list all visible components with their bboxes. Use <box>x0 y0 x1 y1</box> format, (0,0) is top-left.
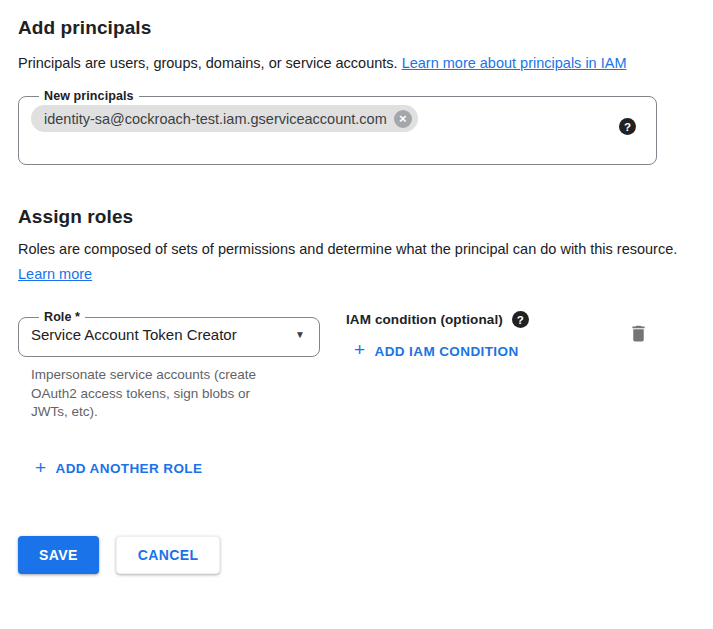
iam-condition-help-icon[interactable]: ? <box>512 311 529 328</box>
role-row: Role * Service Account Token Creator ▼ I… <box>18 310 657 422</box>
assign-roles-title: Assign roles <box>18 206 695 228</box>
new-principals-help-icon[interactable]: ? <box>619 118 636 135</box>
role-select-value-row[interactable]: Service Account Token Creator ▼ <box>31 326 307 343</box>
iam-condition-column: IAM condition (optional) ? + ADD IAM CON… <box>346 310 628 361</box>
add-principals-panel: Add principals Principals are users, gro… <box>0 0 713 574</box>
add-another-role-button[interactable]: + ADD ANOTHER ROLE <box>35 461 202 477</box>
page-title: Add principals <box>18 17 695 39</box>
trash-icon <box>628 323 649 344</box>
chevron-down-icon[interactable]: ▼ <box>295 329 305 340</box>
role-selected-value: Service Account Token Creator <box>31 326 237 343</box>
add-iam-condition-button[interactable]: + ADD IAM CONDITION <box>354 343 519 359</box>
chip-remove-icon[interactable]: × <box>394 110 412 128</box>
action-buttons: SAVE CANCEL <box>18 536 695 574</box>
principal-chip-label: identity-sa@cockroach-test.iam.gservicea… <box>44 111 387 127</box>
role-select[interactable]: Role * Service Account Token Creator ▼ <box>18 310 320 357</box>
plus-icon: + <box>35 460 47 476</box>
role-label: Role * <box>39 310 85 324</box>
role-column: Role * Service Account Token Creator ▼ I… <box>18 310 320 422</box>
delete-role-column <box>628 323 649 348</box>
cancel-button[interactable]: CANCEL <box>116 536 221 574</box>
new-principals-field[interactable]: New principals identity-sa@cockroach-tes… <box>18 89 657 165</box>
add-role-row: + ADD ANOTHER ROLE <box>35 461 695 479</box>
learn-more-principals-link[interactable]: Learn more about principals in IAM <box>402 55 627 71</box>
principal-chip[interactable]: identity-sa@cockroach-test.iam.gservicea… <box>31 105 418 132</box>
roles-description-text: Roles are composed of sets of permission… <box>18 241 677 257</box>
add-iam-condition-label: ADD IAM CONDITION <box>375 344 519 359</box>
add-another-role-label: ADD ANOTHER ROLE <box>56 461 203 476</box>
principals-description: Principals are users, groups, domains, o… <box>18 51 680 76</box>
iam-condition-label-row: IAM condition (optional) ? <box>346 311 628 328</box>
learn-more-roles-link[interactable]: Learn more <box>18 266 92 282</box>
plus-icon: + <box>354 342 366 358</box>
save-button[interactable]: SAVE <box>18 536 99 574</box>
principals-description-text: Principals are users, groups, domains, o… <box>18 55 402 71</box>
role-helper-text: Impersonate service accounts (create OAu… <box>31 366 289 422</box>
new-principals-label: New principals <box>39 89 139 103</box>
delete-role-button[interactable] <box>628 323 649 344</box>
iam-condition-label: IAM condition (optional) <box>346 312 503 327</box>
roles-description: Roles are composed of sets of permission… <box>18 237 680 287</box>
